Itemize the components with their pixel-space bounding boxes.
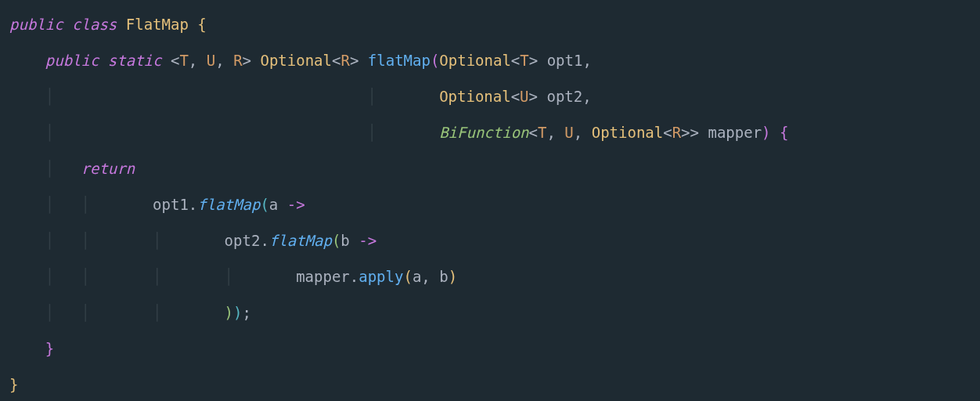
code-line-4: │ │ BiFunction<T, U, Optional<R>> mapper… [9, 124, 788, 141]
comma: , [421, 268, 430, 285]
type-param: T [520, 52, 528, 69]
paren-close: ) [225, 304, 233, 321]
type-param: R [340, 52, 349, 69]
code-line-1: public class FlatMap { [9, 16, 207, 33]
brace-close: } [45, 340, 54, 357]
comma: , [574, 124, 582, 141]
angle-close: > [529, 52, 538, 69]
keyword-return: return [81, 160, 135, 177]
code-line-7: │ │ │ opt2.flatMap(b -> [9, 232, 377, 249]
keyword-public: public [45, 52, 99, 69]
comma: , [215, 52, 224, 69]
keyword-class: class [72, 16, 117, 33]
type-name: Optional [592, 124, 664, 141]
code-line-2: public static <T, U, R> Optional<R> flat… [9, 52, 592, 69]
identifier: opt2 [225, 232, 261, 249]
angle-close: > [690, 124, 699, 141]
param-name: mapper [708, 124, 762, 141]
type-name: Optional [439, 52, 511, 69]
method-call: flatMap [269, 232, 332, 249]
paren-close: ) [762, 124, 770, 141]
angle-open: < [171, 52, 179, 69]
method-call: apply [358, 268, 403, 285]
angle-close: > [350, 52, 358, 69]
param-name: opt1 [547, 52, 583, 69]
param-name: opt2 [546, 88, 582, 105]
code-block: public class FlatMap { public static <T,… [0, 0, 980, 401]
paren-close: ) [233, 304, 242, 321]
identifier: opt1 [153, 196, 189, 213]
keyword-public: public [9, 16, 63, 33]
brace-close: } [9, 376, 18, 393]
method-name: flatMap [368, 52, 431, 69]
dot: . [350, 268, 358, 285]
type-param: R [672, 124, 681, 141]
angle-open: < [511, 88, 520, 105]
code-line-5: │ return [9, 160, 135, 177]
class-name: FlatMap [126, 16, 189, 33]
lambda-arrow: -> [358, 232, 377, 249]
code-line-6: │ │ opt1.flatMap(a -> [9, 196, 305, 213]
angle-close: > [681, 124, 690, 141]
dot: . [260, 232, 268, 249]
paren-close: ) [449, 268, 457, 285]
lambda-param: b [340, 232, 349, 249]
code-line-9: │ │ │ )); [9, 304, 251, 321]
method-call: flatMap [197, 196, 260, 213]
type-param: U [520, 88, 528, 105]
arg: a [413, 268, 421, 285]
type-name: BiFunction [439, 124, 528, 141]
dot: . [189, 196, 197, 213]
comma: , [582, 52, 591, 69]
paren-open: ( [260, 196, 268, 213]
angle-open: < [529, 124, 538, 141]
paren-open: ( [431, 52, 439, 69]
code-line-11: } [9, 376, 18, 393]
lambda-param: a [269, 196, 278, 213]
type-param: R [233, 52, 242, 69]
type-name: Optional [439, 88, 511, 105]
code-line-10: } [9, 340, 54, 357]
comma: , [189, 52, 197, 69]
angle-close: > [529, 88, 538, 105]
comma: , [582, 88, 591, 105]
type-param: U [207, 52, 215, 69]
angle-open: < [511, 52, 520, 69]
type-param: T [538, 124, 546, 141]
identifier: mapper [296, 268, 350, 285]
angle-open: < [663, 124, 672, 141]
lambda-arrow: -> [287, 196, 305, 213]
code-line-8: │ │ │ │ mapper.apply(a, b) [9, 268, 457, 285]
type-param: U [564, 124, 573, 141]
angle-open: < [332, 52, 340, 69]
type-name: Optional [260, 52, 332, 69]
brace-open: { [197, 16, 206, 33]
paren-open: ( [332, 232, 340, 249]
semicolon: ; [243, 304, 251, 321]
type-param: T [179, 52, 188, 69]
brace-open: { [780, 124, 788, 141]
keyword-static: static [108, 52, 162, 69]
code-line-3: │ │ Optional<U> opt2, [9, 88, 592, 105]
arg: b [439, 268, 448, 285]
comma: , [546, 124, 555, 141]
paren-open: ( [403, 268, 412, 285]
angle-close: > [243, 52, 251, 69]
